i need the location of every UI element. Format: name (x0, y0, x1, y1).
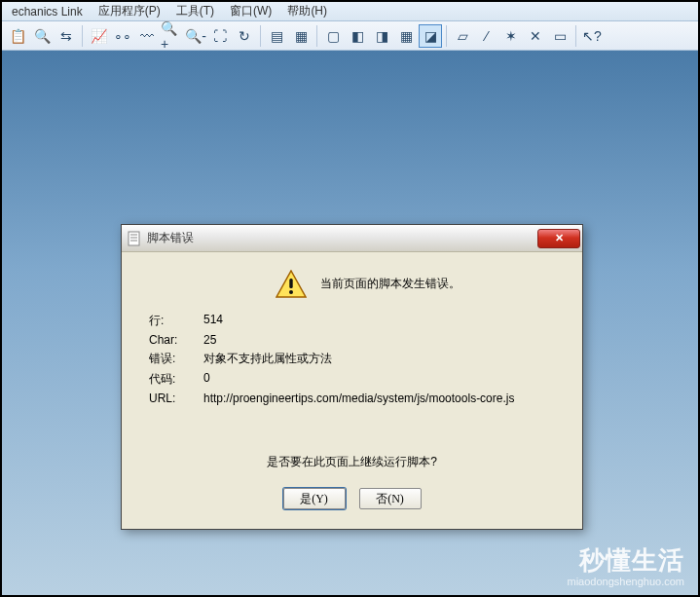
shade2-icon[interactable]: ▦ (394, 24, 418, 48)
datum-csys-icon[interactable]: ✕ (524, 24, 547, 48)
yes-label: 是(Y) (300, 491, 328, 507)
shade-icon[interactable]: ◨ (370, 24, 393, 48)
copy-icon[interactable]: 📋 (6, 24, 29, 48)
curve-icon[interactable]: 〰 (135, 24, 159, 48)
document-icon (128, 231, 141, 246)
shade-selected-icon[interactable]: ◪ (419, 24, 442, 48)
label-code: 代码: (149, 371, 203, 388)
close-button[interactable]: ✕ (537, 229, 580, 248)
script-error-dialog: 脚本错误 ✕ 当前页面的脚本发生错误。 行: 514 Char: 25 错误: … (121, 224, 583, 530)
error-details: 行: 514 Char: 25 错误: 对象不支持此属性或方法 代码: 0 UR… (149, 313, 565, 405)
menu-item[interactable]: 窗口(W) (224, 2, 277, 20)
dialog-headline: 当前页面的脚本发生错误。 (320, 270, 461, 292)
find-icon[interactable]: 🔍 (30, 24, 54, 48)
menu-item[interactable]: echanics Link (6, 4, 89, 19)
svg-rect-0 (129, 232, 139, 245)
refresh-icon[interactable]: ↻ (233, 24, 256, 48)
label-char: Char: (149, 333, 203, 347)
layer-icon[interactable]: ▤ (265, 24, 288, 48)
wire-icon[interactable]: ▢ (321, 24, 345, 48)
toolbar: 📋 🔍 ⇆ 📈 ∘∘ 〰 🔍+ 🔍- ⛶ ↻ ▤ ▦ ▢ ◧ ◨ ▦ ◪ ▱ ⁄… (2, 21, 698, 51)
label-line: 行: (149, 313, 203, 329)
zoom-fit-icon[interactable]: ⛶ (208, 24, 232, 48)
hidden-icon[interactable]: ◧ (346, 24, 369, 48)
svg-point-6 (289, 290, 293, 294)
dialog-titlebar[interactable]: 脚本错误 ✕ (122, 225, 582, 252)
zoom-in-icon[interactable]: 🔍+ (160, 24, 183, 48)
watermark-url: miaodongshenghuo.com (568, 576, 684, 587)
label-url: URL: (149, 392, 203, 405)
warning-icon (276, 270, 307, 299)
close-icon: ✕ (555, 232, 564, 244)
zoom-out-icon[interactable]: 🔍- (184, 24, 207, 48)
view-icon[interactable]: ▦ (289, 24, 313, 48)
menu-item[interactable]: 应用程序(P) (92, 2, 166, 20)
svg-rect-5 (289, 279, 292, 288)
dialog-title: 脚本错误 (147, 230, 532, 246)
help-pointer-icon[interactable]: ↖? (580, 24, 604, 48)
menu-item[interactable]: 帮助(H) (281, 2, 333, 20)
chart-icon[interactable]: 📈 (87, 24, 110, 48)
no-button[interactable]: 否(N) (359, 488, 422, 509)
dialog-question: 是否要在此页面上继续运行脚本? (139, 454, 565, 470)
yes-button[interactable]: 是(Y) (283, 488, 346, 509)
value-code: 0 (203, 371, 554, 388)
node-icon[interactable]: ∘∘ (111, 24, 134, 48)
datum-point-icon[interactable]: ✶ (499, 24, 523, 48)
menu-item[interactable]: 工具(T) (170, 2, 220, 20)
no-label: 否(N) (376, 491, 404, 507)
value-char: 25 (203, 333, 554, 347)
value-line: 514 (203, 313, 554, 329)
label-error: 错误: (149, 351, 203, 367)
link-icon[interactable]: ⇆ (55, 24, 78, 48)
annot-icon[interactable]: ▭ (548, 24, 571, 48)
watermark: 秒懂生活 miaodongshenghuo.com (568, 543, 684, 587)
datum-axis-icon[interactable]: ⁄ (475, 24, 498, 48)
value-error: 对象不支持此属性或方法 (203, 351, 554, 367)
menu-bar: echanics Link 应用程序(P) 工具(T) 窗口(W) 帮助(H) (2, 2, 698, 21)
value-url: http://proengineertips.com/media/system/… (203, 392, 554, 405)
datum-plane-icon[interactable]: ▱ (451, 24, 474, 48)
watermark-title: 秒懂生活 (568, 543, 684, 578)
